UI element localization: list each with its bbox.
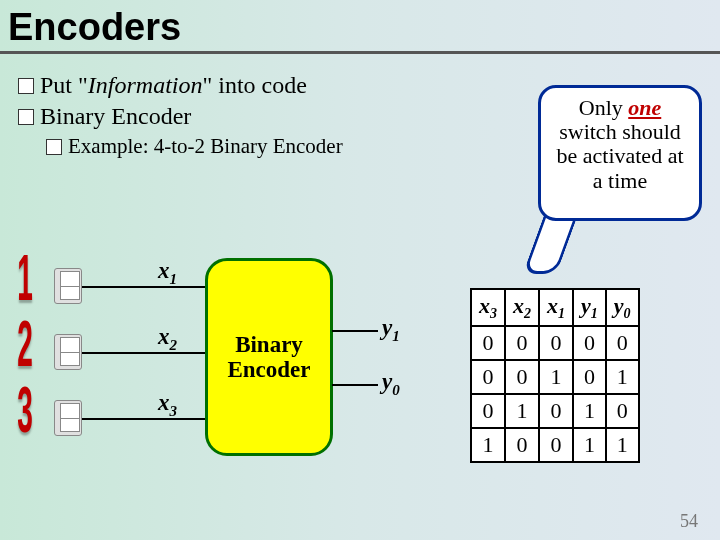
callout-text-b: switch should be activated at a time [556, 119, 683, 192]
cell: 0 [505, 428, 539, 462]
cell: 1 [471, 428, 505, 462]
wire [82, 418, 207, 420]
slide-title: Encoders [0, 0, 720, 54]
page-number: 54 [680, 511, 698, 532]
cell: 0 [606, 326, 639, 360]
cell: 0 [606, 394, 639, 428]
table-row: 0 1 0 1 0 [471, 394, 639, 428]
table-row: 0 0 0 0 0 [471, 326, 639, 360]
switch-icon [54, 268, 82, 304]
wire [82, 352, 207, 354]
wire [332, 384, 378, 386]
cell: 0 [573, 326, 606, 360]
bullet-1-text-b: " into code [202, 72, 306, 98]
switch-number-1: 1 [17, 243, 33, 315]
cell: 0 [539, 428, 573, 462]
cell: 1 [505, 394, 539, 428]
cell: 0 [471, 394, 505, 428]
encoder-diagram: 1 2 3 x1 x2 x3 Binary Encoder y1 y0 [50, 260, 450, 470]
x2-label: x2 [158, 324, 177, 354]
y1-label: y1 [382, 315, 400, 345]
truth-table: x3 x2 x1 y1 y0 0 0 0 0 0 0 0 1 0 1 0 1 0… [470, 288, 640, 463]
th-y0: y0 [606, 289, 639, 326]
bullet-icon [18, 109, 34, 125]
switch-number-3: 3 [17, 375, 33, 447]
cell: 0 [539, 326, 573, 360]
th-x3: x3 [471, 289, 505, 326]
cell: 0 [573, 360, 606, 394]
cell: 1 [539, 360, 573, 394]
wire [332, 330, 378, 332]
encoder-box: Binary Encoder [205, 258, 333, 456]
cell: 0 [539, 394, 573, 428]
table-row: 1 0 0 1 1 [471, 428, 639, 462]
callout-emphasis: one [628, 95, 661, 120]
cell: 1 [606, 428, 639, 462]
bullet-3-text: Example: 4-to-2 Binary Encoder [68, 134, 343, 159]
cell: 1 [573, 428, 606, 462]
callout-text-a: Only [579, 95, 629, 120]
y0-label: y0 [382, 369, 400, 399]
switch-icon [54, 334, 82, 370]
switch-number-2: 2 [17, 309, 33, 381]
cell: 1 [573, 394, 606, 428]
cell: 0 [471, 360, 505, 394]
switch-icon [54, 400, 82, 436]
th-x1: x1 [539, 289, 573, 326]
th-y1: y1 [573, 289, 606, 326]
bullet-1-text-a: Put " [40, 72, 88, 98]
x3-label: x3 [158, 390, 177, 420]
cell: 1 [606, 360, 639, 394]
table-header-row: x3 x2 x1 y1 y0 [471, 289, 639, 326]
bullet-1-italic: Information [88, 72, 203, 98]
bullet-2-text: Binary Encoder [40, 103, 191, 130]
cell: 0 [471, 326, 505, 360]
callout-box: Only one switch should be activated at a… [538, 85, 702, 221]
cell: 0 [505, 326, 539, 360]
bullet-icon [46, 139, 62, 155]
x1-label: x1 [158, 258, 177, 288]
bullet-icon [18, 78, 34, 94]
th-x2: x2 [505, 289, 539, 326]
wire [82, 286, 207, 288]
table-row: 0 0 1 0 1 [471, 360, 639, 394]
cell: 0 [505, 360, 539, 394]
